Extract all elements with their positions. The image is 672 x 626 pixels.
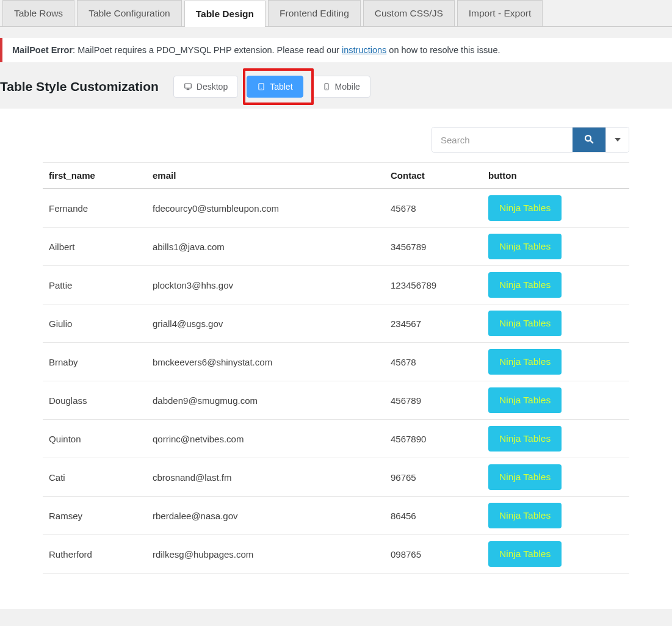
cell-first-name: Ailbert: [43, 228, 146, 266]
page-title: Table Style Customization: [0, 79, 159, 94]
device-mobile-button[interactable]: Mobile: [312, 76, 370, 98]
search-input[interactable]: [432, 128, 573, 152]
search-options-dropdown[interactable]: [605, 128, 629, 152]
cell-first-name: Fernande: [43, 189, 146, 228]
ninja-tables-button[interactable]: Ninja Tables: [488, 541, 562, 567]
cell-button: Ninja Tables: [482, 497, 629, 535]
svg-line-8: [590, 140, 593, 143]
ninja-tables-button[interactable]: Ninja Tables: [488, 311, 562, 336]
svg-marker-9: [615, 138, 621, 142]
cell-contact: 4567890: [385, 420, 482, 458]
table-row: Pattieplockton3@hhs.gov123456789Ninja Ta…: [43, 266, 629, 304]
ninja-tables-button[interactable]: Ninja Tables: [488, 195, 562, 221]
ninja-tables-button[interactable]: Ninja Tables: [488, 272, 562, 298]
table-row: Fernandefdecourcy0@stumbleupon.com45678N…: [43, 189, 629, 228]
cell-email: fdecourcy0@stumbleupon.com: [146, 189, 385, 228]
table-row: Ramseyrberdalee@nasa.gov86456Ninja Table…: [43, 497, 629, 535]
table-row: Giuliogriall4@usgs.gov234567Ninja Tables: [43, 304, 629, 343]
ninja-tables-button[interactable]: Ninja Tables: [488, 464, 562, 490]
tablet-icon: [257, 82, 266, 91]
cell-contact: 45678: [385, 343, 482, 381]
cell-button: Ninja Tables: [482, 458, 629, 497]
tab-custom-css-js[interactable]: Custom CSS/JS: [363, 0, 455, 26]
cell-button: Ninja Tables: [482, 189, 629, 228]
col-first-name[interactable]: first_name: [43, 163, 146, 189]
table-row: Caticbrosnand@last.fm96765Ninja Tables: [43, 458, 629, 497]
ninja-tables-button[interactable]: Ninja Tables: [488, 426, 562, 452]
svg-point-7: [585, 135, 591, 141]
cell-first-name: Pattie: [43, 266, 146, 304]
table-header-row: first_name email Contact button: [43, 163, 629, 189]
cell-button: Ninja Tables: [482, 420, 629, 458]
cell-contact: 3456789: [385, 228, 482, 266]
cell-email: griall4@usgs.gov: [146, 304, 385, 343]
search-button[interactable]: [573, 128, 605, 152]
table-row: Brnabybmckeevers6@shinystat.com45678Ninj…: [43, 343, 629, 381]
cell-contact: 234567: [385, 304, 482, 343]
cell-email: rdilkesg@hubpages.com: [146, 535, 385, 574]
desktop-icon: [184, 82, 192, 91]
col-contact[interactable]: Contact: [385, 163, 482, 189]
cell-contact: 456789: [385, 381, 482, 420]
tab-table-configuration[interactable]: Table Configuration: [77, 0, 182, 26]
table-preview-card: first_name email Contact button Fernande…: [0, 109, 672, 609]
search-group: [432, 127, 629, 153]
ninja-tables-button[interactable]: Ninja Tables: [488, 349, 562, 375]
device-desktop-label: Desktop: [197, 82, 228, 92]
cell-contact: 123456789: [385, 266, 482, 304]
ninja-tables-button[interactable]: Ninja Tables: [488, 503, 562, 528]
cell-contact: 098765: [385, 535, 482, 574]
col-button[interactable]: button: [482, 163, 629, 189]
device-desktop-button[interactable]: Desktop: [173, 76, 238, 98]
admin-tabs: Table RowsTable ConfigurationTable Desig…: [0, 0, 672, 27]
device-mobile-label: Mobile: [335, 82, 360, 92]
col-email[interactable]: email: [146, 163, 385, 189]
tab-table-rows[interactable]: Table Rows: [2, 0, 74, 26]
device-tablet-label: Tablet: [270, 82, 292, 92]
caret-down-icon: [615, 135, 621, 145]
tab-frontend-editing[interactable]: Frontend Editing: [268, 0, 361, 26]
cell-button: Ninja Tables: [482, 228, 629, 266]
mobile-icon: [322, 82, 331, 91]
cell-button: Ninja Tables: [482, 535, 629, 574]
ninja-tables-button[interactable]: Ninja Tables: [488, 234, 562, 259]
tab-table-design[interactable]: Table Design: [184, 1, 266, 27]
search-icon: [583, 134, 594, 146]
banner-instructions-link[interactable]: instructions: [342, 45, 386, 55]
cell-contact: 96765: [385, 458, 482, 497]
cell-first-name: Ramsey: [43, 497, 146, 535]
cell-first-name: Brnaby: [43, 343, 146, 381]
cell-first-name: Quinton: [43, 420, 146, 458]
cell-button: Ninja Tables: [482, 381, 629, 420]
cell-email: cbrosnand@last.fm: [146, 458, 385, 497]
cell-first-name: Rutherford: [43, 535, 146, 574]
device-toggle-group: Desktop Tablet Mobile: [173, 76, 379, 98]
cell-email: dabden9@smugmug.com: [146, 381, 385, 420]
cell-first-name: Giulio: [43, 304, 146, 343]
mailpoet-error-banner: MailPoet Error: MailPoet requires a PDO_…: [0, 38, 672, 62]
cell-button: Ninja Tables: [482, 304, 629, 343]
preview-table: first_name email Contact button Fernande…: [43, 162, 629, 574]
cell-first-name: Cati: [43, 458, 146, 497]
cell-email: bmckeevers6@shinystat.com: [146, 343, 385, 381]
table-row: Ailbertabills1@java.com3456789Ninja Tabl…: [43, 228, 629, 266]
ninja-tables-button[interactable]: Ninja Tables: [488, 387, 562, 413]
svg-rect-0: [185, 84, 192, 88]
cell-first-name: Douglass: [43, 381, 146, 420]
table-row: Douglassdabden9@smugmug.com456789Ninja T…: [43, 381, 629, 420]
cell-email: abills1@java.com: [146, 228, 385, 266]
cell-email: rberdalee@nasa.gov: [146, 497, 385, 535]
banner-text-after: on how to resolve this issue.: [386, 45, 500, 55]
device-tablet-button[interactable]: Tablet: [247, 76, 303, 98]
cell-button: Ninja Tables: [482, 343, 629, 381]
cell-email: plockton3@hhs.gov: [146, 266, 385, 304]
banner-text-before: : MailPoet requires a PDO_MYSQL PHP exte…: [73, 45, 342, 55]
notice-area: MailPoet Error: MailPoet requires a PDO_…: [0, 27, 672, 73]
table-row: Rutherfordrdilkesg@hubpages.com098765Nin…: [43, 535, 629, 574]
cell-contact: 45678: [385, 189, 482, 228]
search-row: [43, 127, 629, 153]
tab-import-export[interactable]: Import - Export: [457, 0, 543, 26]
banner-prefix: MailPoet Error: [12, 45, 73, 55]
cell-contact: 86456: [385, 497, 482, 535]
cell-button: Ninja Tables: [482, 266, 629, 304]
